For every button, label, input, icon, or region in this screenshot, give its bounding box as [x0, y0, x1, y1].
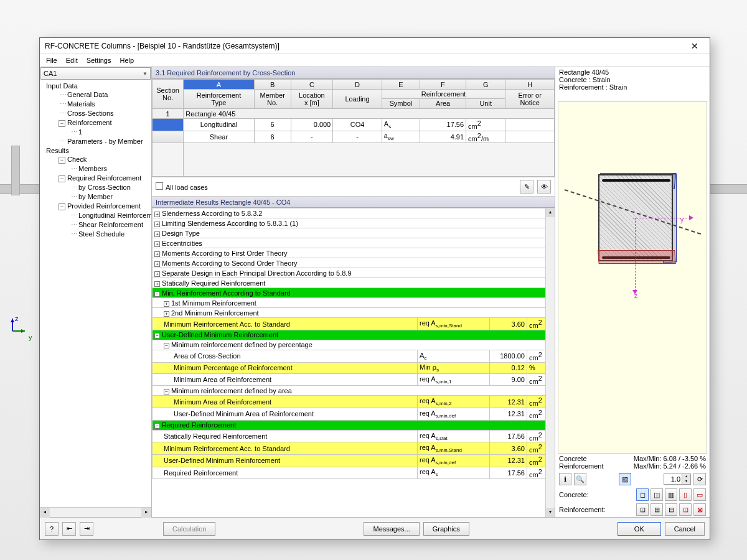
messages-button[interactable]: Messages... [364, 522, 419, 536]
pick-icon[interactable]: ✎ [520, 180, 533, 194]
details-row[interactable]: +Moments According to First Order Theory [153, 248, 555, 258]
details-row[interactable]: +2nd Minimum Reinforcement [153, 308, 555, 318]
tree-longitudinal[interactable]: ⋯Longitudinal Reinforcement [42, 211, 149, 220]
conc-view-5[interactable]: ▭ [693, 488, 706, 501]
tree-reinforcement[interactable]: −Reinforcement [42, 118, 149, 128]
conc-view-4[interactable]: ▯ [679, 488, 692, 501]
details-row[interactable]: −Minimum reinforcement defined by area [153, 386, 555, 396]
eye-icon[interactable]: 👁 [537, 180, 551, 194]
col-area[interactable]: Area [420, 99, 466, 108]
col-symbol[interactable]: Symbol [382, 99, 420, 108]
reinf-view-1[interactable]: ⊡ [636, 503, 649, 516]
details-row[interactable]: +Limiting Slenderness According to 5.8.3… [153, 218, 555, 228]
details-row[interactable]: Area of Cross-SectionAc1800.00cm2 [153, 350, 555, 362]
details-row[interactable]: Minimum Percentage of ReinforcementMin ρ… [153, 362, 555, 373]
col-reinf-type[interactable]: ReinforcementType [184, 90, 254, 109]
tree-cross-sections[interactable]: ⋯Cross-Sections [42, 109, 149, 118]
col-loading[interactable]: Loading [333, 90, 382, 109]
tree-provided-reinf[interactable]: −Provided Reinforcement [42, 202, 149, 211]
reinf-view-2[interactable]: ⊞ [651, 503, 663, 516]
menu-edit[interactable]: Edit [66, 57, 78, 64]
tree-members[interactable]: ⋯Members [42, 164, 149, 174]
details-row[interactable]: −Min. Reinforcement According to Standar… [153, 288, 555, 298]
details-vscrollbar[interactable]: ▴▾ [545, 208, 555, 517]
hatch-icon[interactable]: ▨ [619, 473, 631, 485]
table-row[interactable]: Longitudinal 6 0.000 CO4 As 17.56 cm2 [153, 119, 555, 131]
col-letter-b[interactable]: B [254, 80, 291, 90]
col-section-no[interactable]: SectionNo. [153, 80, 184, 109]
menu-help[interactable]: Help [120, 57, 134, 64]
menu-settings[interactable]: Settings [87, 57, 111, 64]
close-button[interactable]: ✕ [685, 41, 705, 51]
prev-icon[interactable]: ⇤ [62, 522, 76, 536]
calculation-button[interactable]: Calculation [163, 522, 215, 536]
col-location[interactable]: Locationx [m] [291, 90, 333, 109]
details-row[interactable]: +Statically Required Reinforcement [153, 278, 555, 288]
details-row[interactable]: +Moments According to Second Order Theor… [153, 258, 555, 268]
section-header-row[interactable]: 1Rectangle 40/45 [153, 109, 555, 119]
details-row[interactable]: +Separate Design in Each Principal Direc… [153, 268, 555, 278]
scale-stepper[interactable]: ▴▾ [664, 474, 691, 485]
col-letter-c[interactable]: C [291, 80, 333, 90]
tree-shear[interactable]: ⋯Shear Reinforcement [42, 220, 149, 230]
details-row[interactable]: −Minimum reinforcement defined by percen… [153, 340, 555, 350]
reinf-view-4[interactable]: ⊡ [679, 503, 692, 516]
conc-view-3[interactable]: ▥ [665, 488, 677, 501]
graphics-button[interactable]: Graphics [423, 522, 469, 536]
next-icon[interactable]: ⇥ [80, 522, 93, 536]
reinf-view-3[interactable]: ⊟ [665, 503, 677, 516]
details-row[interactable]: −Required Reinforcement [153, 420, 555, 430]
details-row[interactable]: +Design Type [153, 228, 555, 238]
details-row[interactable]: +Eccentricities [153, 238, 555, 248]
tree-required-reinf[interactable]: −Required Reinforcement [42, 174, 149, 183]
details-row[interactable]: Minimum Reinforcement Acc. to Standardre… [153, 442, 555, 455]
tree-steel-schedule[interactable]: ⋯Steel Schedule [42, 230, 149, 239]
tree-hscrollbar[interactable]: ◂▸ [40, 507, 151, 517]
tree-general-data[interactable]: ⋯General Data [42, 90, 149, 100]
tree-reinforcement-1[interactable]: ⋯1 [42, 128, 149, 137]
col-letter-f[interactable]: F [420, 80, 466, 90]
details-row[interactable]: User-Defined Minimum Reinforcementreq As… [153, 455, 555, 467]
col-unit[interactable]: Unit [466, 99, 505, 108]
details-row[interactable]: +1st Minimum Reinforcement [153, 298, 555, 308]
cancel-button[interactable]: Cancel [665, 522, 705, 536]
details-row[interactable]: Minimum Area of Reinforcementreq As,min,… [153, 373, 555, 386]
details-row[interactable]: Minimum Reinforcement Acc. to Standardre… [153, 318, 555, 330]
scale-input[interactable] [664, 474, 682, 484]
spin-down-icon[interactable]: ▾ [682, 479, 690, 484]
details-row[interactable]: Minimum Area of Reinforcementreq As,min,… [153, 396, 555, 408]
col-error[interactable]: Error orNotice [505, 90, 555, 109]
details-row[interactable]: User-Defined Minimum Area of Reinforceme… [153, 408, 555, 421]
spin-up-icon[interactable]: ▴ [682, 474, 690, 479]
tree-by-member[interactable]: ⋯by Member [42, 192, 149, 202]
info-icon[interactable]: ℹ [559, 473, 571, 485]
details-row[interactable]: −User-Defined Minimum Reinforcement [153, 330, 555, 340]
conc-view-1[interactable]: ◻ [636, 488, 649, 501]
all-load-cases-checkbox[interactable]: All load cases [156, 182, 208, 191]
ok-button[interactable]: OK [618, 522, 661, 536]
details-row[interactable]: Required Reinforcementreq As17.56cm2 [153, 467, 555, 479]
col-letter-e[interactable]: E [382, 80, 420, 90]
case-combo[interactable]: CA1 ▼ [40, 67, 151, 80]
tree-input-data[interactable]: Input Data [42, 82, 149, 90]
help-icon[interactable]: ? [45, 522, 59, 536]
details-row[interactable]: Statically Required Reinforcementreq As,… [153, 430, 555, 442]
col-letter-g[interactable]: G [466, 80, 505, 90]
col-letter-d[interactable]: D [333, 80, 382, 90]
details-row[interactable]: +Slenderness According to 5.8.3.2 [153, 208, 555, 218]
tree-materials[interactable]: ⋯Materials [42, 100, 149, 109]
menu-file[interactable]: File [46, 57, 57, 64]
tree-parameters[interactable]: ⋯Parameters - by Member [42, 137, 149, 146]
tree-by-cross-section[interactable]: ⋯by Cross-Section [42, 183, 149, 192]
cross-section-viewer[interactable]: y z [558, 101, 707, 454]
tree-results[interactable]: Results [42, 146, 149, 155]
table-row[interactable]: Shear 6 - - asw 4.91 cm2/m [153, 131, 555, 143]
col-member-no[interactable]: MemberNo. [254, 90, 291, 109]
col-letter-h[interactable]: H [505, 80, 555, 90]
refresh-icon[interactable]: ⟳ [693, 473, 706, 485]
tree-check[interactable]: −Check [42, 155, 149, 164]
conc-view-2[interactable]: ◫ [651, 488, 663, 501]
col-letter-a[interactable]: A [184, 80, 254, 90]
reinf-view-5[interactable]: ⊠ [693, 503, 706, 516]
zoom-icon[interactable]: 🔍 [574, 473, 586, 485]
